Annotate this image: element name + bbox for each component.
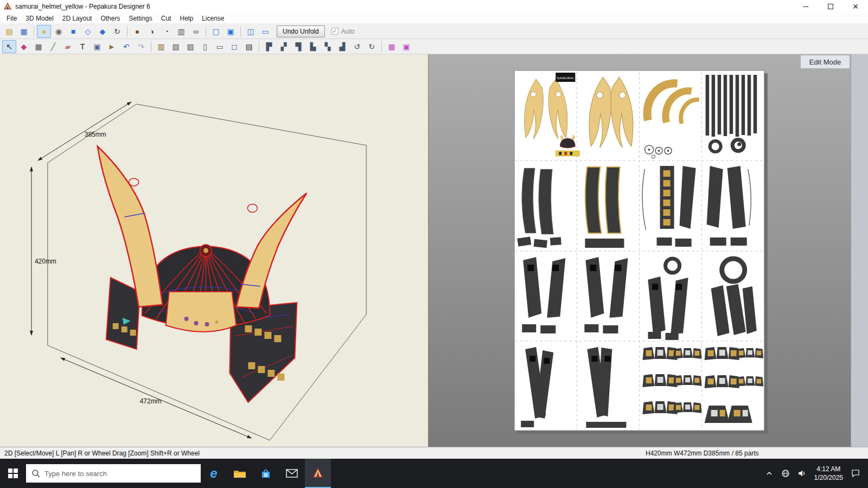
texture-view-icon[interactable]: ◉ [52,25,66,38]
select-move-icon[interactable]: ↖ [2,40,16,53]
toolbar-bottom: ↖◆▦╱▰T▣►↶↷▥▧▨▯▭◻▤▛▞▜▙▚▟↺↻▦▣ [0,39,868,54]
minimize-button[interactable]: ─ [793,0,818,13]
material-sphere-icon[interactable]: ● [130,25,144,38]
menu-license[interactable]: License [197,14,228,23]
left-horn [98,146,163,307]
draw-pen-icon[interactable]: ╱ [46,40,60,53]
rotate-ccw-icon[interactable]: ↺ [350,40,364,53]
align-middle-icon[interactable]: ▚ [321,40,335,53]
close-button[interactable]: × [843,0,868,13]
2d-viewport[interactable]: Edit Mode [429,54,868,447]
two-pane-view-icon[interactable]: ◫ [244,25,258,38]
window-controls: ─ × [793,0,868,13]
toolbar-separator [34,26,34,37]
menu-cut[interactable]: Cut [157,14,176,23]
helmet-3d-model[interactable] [98,146,307,402]
align-left-icon[interactable]: ▛ [262,40,276,53]
redo-icon[interactable]: ↷ [134,40,148,53]
rotate-view-icon[interactable]: ↻ [110,25,124,38]
print-preview-icon[interactable]: ◻ [227,40,241,53]
align-top-icon[interactable]: ▙ [306,40,320,53]
part-list-icon[interactable]: ▧ [169,40,183,53]
note-icon[interactable]: ► [105,40,119,53]
menu-help[interactable]: Help [175,14,197,23]
save-icon[interactable]: ▦ [17,25,31,38]
edit-mode-label: Edit Mode [801,55,850,68]
edge-color-icon[interactable]: ▣ [399,40,413,53]
protractor-icon[interactable]: ◔ [159,25,174,38]
tray-chevron-icon[interactable] [761,459,777,488]
page-setup-icon[interactable]: ▭ [213,40,227,53]
shaded-view-icon[interactable]: ■ [66,25,80,38]
region-settings-icon[interactable]: ▣ [224,25,238,38]
text-tool-icon-glyph: T [80,43,85,50]
print-icon[interactable]: ▤ [242,40,256,53]
rotate-cw-icon[interactable]: ↻ [365,40,379,53]
undo-icon[interactable]: ↶ [119,40,133,53]
add-page-icon-glyph: ▯ [203,43,207,50]
clock-time: 4:12 AM [814,465,843,473]
window-title: samurai_helmet_yellow - Pepakura Designe… [15,3,150,10]
file-explorer-icon[interactable] [227,459,253,488]
dimension-depth-label: 472mm [140,397,162,405]
menu-settings[interactable]: Settings [124,14,156,23]
align-center-icon[interactable]: ▞ [277,40,291,53]
open-book-icon[interactable]: ▥ [154,40,168,53]
wireframe-view-icon[interactable]: ◇ [81,25,95,38]
auto-label: Auto [341,28,355,35]
network-icon[interactable] [777,459,794,488]
app-icon [3,2,12,11]
insert-image-icon-glyph: ▣ [93,43,100,50]
align-right-icon[interactable]: ▜ [291,40,305,53]
menu-file[interactable]: File [2,14,21,23]
eraser-icon[interactable]: ▰ [61,40,75,53]
undo-icon-glyph: ↶ [123,43,130,50]
store-icon[interactable] [253,459,279,488]
main-area: 385mm 420mm 472mm [0,54,868,447]
redo-icon-glyph: ↷ [138,43,144,50]
taskbar: e [0,459,868,488]
menu-2d-layout[interactable]: 2D Layout [58,14,97,23]
search-icon [31,469,40,478]
maximize-button[interactable] [818,0,843,13]
undo-unfold-button[interactable]: Undo Unfold [277,25,325,37]
volume-icon[interactable] [794,459,810,488]
flat-view-icon-glyph: ◆ [100,28,106,35]
vertical-scrollbar[interactable] [851,54,868,447]
pepakura-taskbar-icon[interactable] [305,459,331,488]
select-region-icon[interactable]: ▢ [209,25,223,38]
toolbar-separator [240,26,241,37]
add-page-icon[interactable]: ▯ [198,40,212,53]
snap-magnet-icon[interactable]: ◆ [17,40,31,53]
clock-date: 1/20/2025 [814,473,843,482]
columns-icon[interactable]: ▥ [174,25,188,38]
search-input[interactable] [44,470,195,478]
link-edges-icon[interactable]: ∞ [189,25,203,38]
auto-checkbox[interactable]: ✓ [331,28,339,35]
menu-others[interactable]: Others [96,14,124,23]
snap-magnet-icon-glyph: ◆ [21,43,27,50]
mail-icon[interactable] [279,459,305,488]
flat-view-icon[interactable]: ◆ [95,25,110,38]
join-edge-icon[interactable]: ▦ [385,40,399,53]
sheet-layout-icon[interactable]: ▨ [183,40,197,53]
one-pane-view-icon[interactable]: ▭ [258,25,272,38]
3d-canvas[interactable]: 385mm 420mm 472mm [0,54,428,447]
texture-sphere-icon[interactable]: ◑ [145,25,159,38]
action-center-icon[interactable] [847,459,864,488]
2d-canvas[interactable]: SAMURAI [429,54,868,447]
align-bottom-icon[interactable]: ▟ [335,40,349,53]
menu-3d-model[interactable]: 3D Model [21,14,58,23]
link-edges-icon-glyph: ∞ [193,28,199,35]
toolbar-bottom-icons: ↖◆▦╱▰T▣►↶↷▥▧▨▯▭◻▤▛▞▜▙▚▟↺↻▦▣ [2,40,413,53]
edge-icon[interactable]: e [201,459,227,488]
text-tool-icon[interactable]: T [75,40,90,53]
3d-viewport[interactable]: 385mm 420mm 472mm [0,54,429,447]
divide-grid-icon[interactable]: ▦ [31,40,46,53]
draw-pen-icon-glyph: ╱ [51,43,55,50]
open-file-icon[interactable]: ▤ [2,25,16,38]
start-button[interactable] [0,459,26,488]
taskbar-clock[interactable]: 4:12 AM 1/20/2025 [810,465,847,482]
insert-image-icon[interactable]: ▣ [90,40,104,53]
light-bulb-icon[interactable]: ● [37,25,51,38]
